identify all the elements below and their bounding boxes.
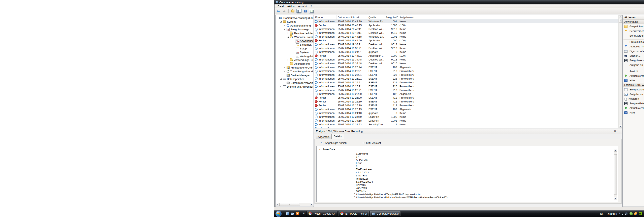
- actions-group-anwendung[interactable]: Anwendung: [623, 20, 644, 24]
- tree-expander-icon[interactable]: [284, 74, 286, 76]
- action-item[interactable]: Benutzerdefinierte Ansicht erstellen...: [623, 29, 644, 33]
- tree-item[interactable]: Aufgabenplanung: [276, 24, 314, 27]
- event-row[interactable]: Informationen 25.07.2014 13:26:21 ESENT …: [314, 84, 619, 88]
- tree-item-body[interactable]: Freigegebene Ordner: [286, 66, 314, 69]
- tree-item[interactable]: Datenspeicher: [276, 77, 314, 81]
- tree-item[interactable]: Ereignisanzeige: [276, 27, 314, 31]
- tree-horizontal-scrollbar[interactable]: [276, 203, 313, 206]
- quick-launch-icon[interactable]: [291, 213, 294, 215]
- action-item[interactable]: Aktualisieren: [623, 73, 644, 78]
- tree-expander-icon[interactable]: [287, 36, 290, 38]
- task-button[interactable]: (1) [TOOL] The Fore...: [338, 211, 369, 217]
- action-item[interactable]: Aktuelles Protokoll filtern...: [623, 44, 644, 49]
- event-row[interactable]: Informationen 25.07.2014 19:38:21 Deskto…: [314, 46, 619, 50]
- tree-item[interactable]: System: [276, 50, 314, 54]
- event-row[interactable]: Informationen 25.07.2014 12:34:58 LoadPe…: [314, 119, 619, 123]
- tree-item[interactable]: System: [276, 20, 314, 24]
- column-header[interactable]: Ebene: [314, 15, 336, 19]
- event-list-vertical-scrollbar[interactable]: [618, 15, 622, 128]
- action-item[interactable]: Benutzerdefinierte Ansicht importieren..…: [623, 33, 644, 38]
- scroll-up-button[interactable]: [614, 149, 617, 152]
- column-header[interactable]: Ereignis-ID: [384, 15, 398, 19]
- tree-item-body[interactable]: Benutzerdefinierte Ansichten: [290, 31, 314, 35]
- close-details-button[interactable]: ✕: [613, 129, 617, 133]
- tree-item[interactable]: Windows-Protokolle: [276, 35, 314, 39]
- tree-expander-icon[interactable]: [293, 51, 295, 53]
- tree-item[interactable]: Anwendung: [276, 39, 314, 43]
- menu-item[interactable]: Ansicht: [296, 5, 309, 8]
- column-header[interactable]: Datum und Uhrzeit: [336, 15, 367, 19]
- column-header[interactable]: Quelle: [367, 15, 384, 19]
- event-row[interactable]: Informationen 25.07.2014 19:44:58 Window…: [314, 35, 619, 38]
- tree-item-body[interactable]: Aufgabenplanung: [286, 24, 314, 27]
- tree-item-body[interactable]: Sicherheit: [295, 43, 314, 47]
- tree-item-body[interactable]: System: [295, 50, 314, 54]
- tree-item[interactable]: Geräte-Manager: [276, 73, 314, 77]
- language-indicator[interactable]: DE: [600, 212, 605, 216]
- scroll-down-button[interactable]: [619, 125, 622, 128]
- export-list-button[interactable]: [290, 9, 295, 13]
- tree-item-body[interactable]: Windows-Protokolle: [290, 35, 314, 39]
- event-row[interactable]: Fehler 25.07.2014 13:26:20 ESENT 412 Pro…: [314, 96, 619, 100]
- event-row[interactable]: Informationen 25.07.2014 13:26:21 ESENT …: [314, 73, 619, 77]
- list-scroll-thumb[interactable]: [619, 19, 622, 23]
- scroll-up-button[interactable]: [619, 15, 622, 18]
- scroll-left-button[interactable]: [276, 203, 279, 206]
- tree-expander-icon[interactable]: [287, 63, 290, 65]
- action-item[interactable]: Suchen...: [623, 53, 644, 58]
- action-item[interactable]: Ereignisse speichern unter...: [623, 58, 644, 63]
- tree-item[interactable]: Abonnements: [276, 62, 314, 66]
- action-item[interactable]: Ausgewählte Ereignisse speichern...: [623, 101, 644, 106]
- event-row[interactable]: Fehler 25.07.2014 19:44:50 Application .…: [314, 38, 619, 42]
- tray-icon[interactable]: [634, 212, 637, 216]
- tree-item[interactable]: Freigegebene Ordner: [276, 66, 314, 69]
- action-item[interactable]: Protokoll löschen...: [623, 40, 644, 44]
- event-row[interactable]: Informationen 25.07.2014 20:43:11 Deskto…: [314, 31, 619, 35]
- forward-button[interactable]: ⇨: [282, 9, 286, 13]
- tree-item[interactable]: Setup: [276, 47, 314, 50]
- action-item[interactable]: [624, 67, 644, 69]
- tab-allgemein[interactable]: Allgemein: [316, 135, 332, 139]
- tree-item-body[interactable]: Geräte-Manager: [286, 73, 314, 77]
- action-item[interactable]: Ereigniseigenschaften: [623, 87, 644, 92]
- event-row[interactable]: Fehler 25.07.2014 13:26:19 ESENT 412 Pro…: [314, 100, 619, 103]
- event-row[interactable]: Informationen 25.07.2014 19:38:21 Deskto…: [314, 42, 619, 46]
- tree-item-body[interactable]: Weitergeleitete Ereignisse: [295, 54, 314, 58]
- tree-item-body[interactable]: Abonnements: [290, 62, 314, 66]
- tab-details[interactable]: Details: [332, 134, 344, 139]
- event-row[interactable]: Informationen 25.07.2014 13:26:21 ESENT …: [314, 77, 619, 81]
- event-row[interactable]: Informationen 25.07.2014 12:31:23 Securi…: [314, 123, 619, 126]
- action-item[interactable]: Hilfe: [623, 78, 644, 83]
- quick-launch-icon[interactable]: [286, 212, 290, 215]
- titlebar[interactable]: Computerverwaltung: [274, 0, 644, 4]
- tree-item-body[interactable]: Anwendung: [295, 39, 314, 43]
- tree-expander-icon[interactable]: [280, 78, 282, 80]
- tree-expander-icon[interactable]: [287, 32, 290, 34]
- event-row[interactable]: Informationen 25.07.2014 13:34:48 Deskto…: [314, 61, 619, 65]
- action-item[interactable]: Aufgabe an dieses Ereignis anfügen...: [623, 92, 644, 96]
- tree-item-body[interactable]: Computerverwaltung (Lokal): [278, 16, 314, 20]
- tree-item[interactable]: Weitergeleitete Ereignisse: [276, 54, 314, 58]
- tree-expander-icon[interactable]: [276, 17, 278, 19]
- collapse-toggle-icon[interactable]: -: [320, 148, 320, 151]
- tree-item[interactable]: Zuverlässigkeit und Leistung: [276, 69, 314, 73]
- event-row[interactable]: Fehler 25.07.2014 13:26:19 ESENT 412 Pro…: [314, 103, 619, 107]
- tree-expander-icon[interactable]: [284, 70, 286, 72]
- desktop-toolbar-chevron-icon[interactable]: »: [619, 212, 620, 215]
- quick-launch-chevron-icon[interactable]: »: [303, 211, 305, 215]
- actions-group-event[interactable]: Ereignis 1001, Windows Error Reporting: [623, 83, 644, 87]
- tree-item[interactable]: Anwendungs- und Dienstprotokolle: [276, 58, 314, 62]
- event-row[interactable]: Fehler 25.07.2014 20:48:15 Application .…: [314, 23, 619, 27]
- event-row[interactable]: Informationen 25.07.2014 13:26:21 ESENT …: [314, 81, 619, 84]
- tray-icon[interactable]: [639, 212, 642, 216]
- start-button[interactable]: [276, 211, 282, 217]
- menu-item[interactable]: Aktion: [285, 5, 296, 8]
- tree-item-body[interactable]: Datenträgerverwaltung: [286, 81, 314, 85]
- tree-item-body[interactable]: Zuverlässigkeit und Leistung: [286, 69, 314, 73]
- event-row[interactable]: Informationen 25.07.2014 20:43:11 Deskto…: [314, 27, 619, 31]
- scroll-down-button[interactable]: [614, 197, 617, 200]
- tree-expander-icon[interactable]: [293, 47, 295, 50]
- tray-icon[interactable]: [625, 212, 628, 216]
- displayed-view-radio[interactable]: Angezeigte Ansicht: [321, 141, 347, 145]
- event-row[interactable]: Informationen 25.07.2014 13:26:44 ESENT …: [314, 65, 619, 69]
